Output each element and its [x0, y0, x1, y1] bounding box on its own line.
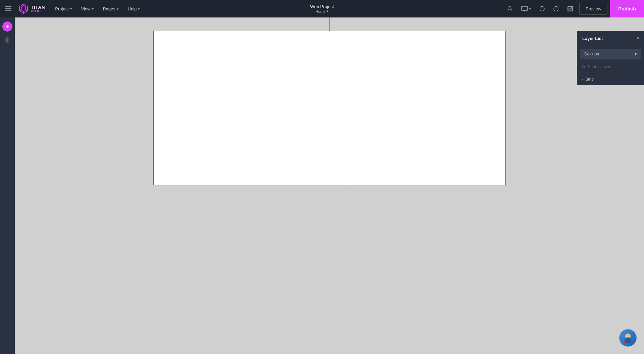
nav-view[interactable]: View ▾: [77, 0, 98, 17]
layer-panel-header: Layer List ×: [577, 31, 644, 45]
logo-text: TITAN WEB: [31, 5, 45, 12]
svg-point-21: [627, 336, 627, 336]
svg-rect-10: [522, 6, 528, 10]
svg-line-9: [511, 10, 513, 11]
undo-icon: [539, 6, 545, 12]
chevron-down-icon: ▾: [635, 52, 637, 56]
layer-item-strip[interactable]: › Strip: [577, 75, 644, 84]
layer-panel-title: Layer List: [582, 36, 603, 41]
topbar: TITAN WEB Project ▾ View ▾ Pages ▾ Help …: [0, 0, 644, 17]
undo-button[interactable]: [536, 0, 548, 17]
canvas-top-guide-line: [329, 17, 330, 31]
svg-line-18: [584, 68, 585, 69]
svg-rect-15: [568, 9, 572, 10]
project-name: Web Project: [310, 4, 334, 9]
nav-pages[interactable]: Pages ▾: [98, 0, 123, 17]
nav-help[interactable]: Help ▾: [123, 0, 145, 17]
main-nav: Project ▾ View ▾ Pages ▾ Help ▾: [50, 0, 144, 17]
nav-project[interactable]: Project ▾: [50, 0, 76, 17]
project-page: Home ▾: [310, 9, 334, 13]
layer-viewport-dropdown[interactable]: Desktop ▾: [580, 49, 641, 59]
topbar-right: ▾ Preview Publish: [504, 0, 644, 17]
layer-panel: Layer List × Desktop ▾ › Strip: [577, 31, 644, 85]
chevron-down-icon: ▾: [138, 7, 140, 11]
logo[interactable]: TITAN WEB: [15, 3, 48, 14]
add-element-button[interactable]: +: [2, 21, 12, 32]
search-button[interactable]: [504, 0, 516, 17]
svg-marker-1: [21, 6, 26, 11]
svg-point-16: [7, 39, 8, 41]
svg-point-22: [629, 336, 629, 336]
logo-web-label: WEB: [31, 9, 45, 12]
settings-button[interactable]: [2, 35, 12, 45]
gear-icon: [4, 37, 10, 43]
chevron-down-icon: ▾: [529, 7, 531, 11]
canvas-wrapper: [153, 31, 506, 354]
layer-viewport-value: Desktop: [584, 52, 599, 56]
save-icon: [567, 6, 573, 12]
chat-widget[interactable]: [618, 328, 637, 347]
redo-icon: [553, 6, 559, 12]
publish-button[interactable]: Publish: [610, 0, 644, 17]
layer-list: › Strip: [577, 73, 644, 85]
layer-search-input[interactable]: [588, 64, 639, 69]
desktop-icon: [521, 6, 528, 11]
svg-rect-20: [625, 338, 631, 343]
plus-icon: +: [6, 23, 9, 30]
redo-button[interactable]: [550, 0, 562, 17]
layer-panel-close-button[interactable]: ×: [636, 36, 639, 41]
chat-avatar-image: [621, 331, 635, 345]
layer-item-label: Strip: [585, 77, 594, 82]
chevron-right-icon: ›: [582, 78, 583, 81]
titan-logo-icon: [18, 3, 29, 14]
svg-point-19: [625, 334, 631, 339]
main-area: + Layer List × Desktop ▾: [0, 17, 644, 354]
search-icon: [582, 65, 586, 69]
chevron-down-icon: ▾: [70, 7, 72, 11]
left-sidebar: +: [0, 17, 15, 354]
search-icon: [507, 6, 513, 12]
save-button[interactable]: [564, 0, 577, 17]
chevron-down-icon: ▾: [117, 7, 118, 11]
chevron-down-icon: ▾: [92, 7, 94, 11]
hamburger-button[interactable]: [3, 4, 14, 14]
preview-button[interactable]: Preview: [579, 3, 607, 15]
project-info: Web Project Home ▾: [310, 4, 334, 13]
chat-avatar: [619, 329, 637, 347]
canvas-area[interactable]: [15, 17, 644, 354]
canvas-frame[interactable]: [153, 31, 506, 185]
device-selector-button[interactable]: ▾: [518, 0, 534, 17]
layer-search-container: [580, 63, 641, 71]
chevron-down-icon: ▾: [327, 9, 329, 13]
topbar-left: TITAN WEB Project ▾ View ▾ Pages ▾ Help …: [0, 0, 147, 17]
